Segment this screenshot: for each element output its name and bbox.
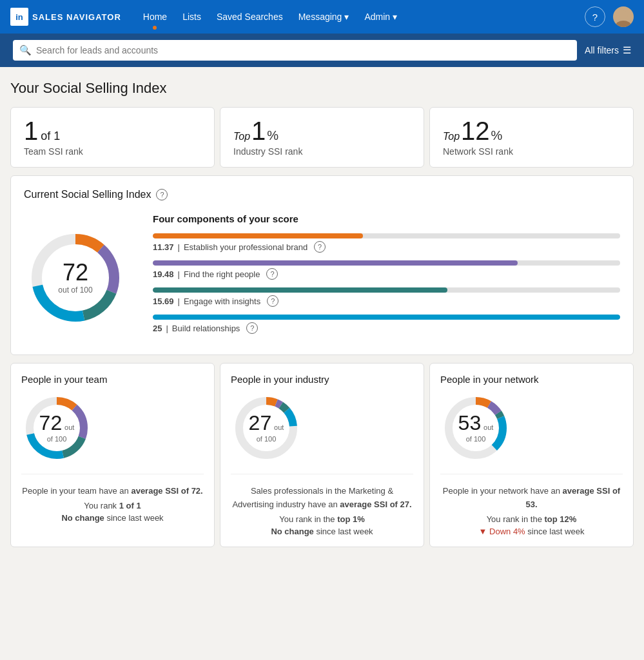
nav-home[interactable]: Home <box>137 8 173 26</box>
ssi-components: Four components of your score 11.37 | Es… <box>153 213 620 342</box>
people-network-desc: People in your network have an average S… <box>440 485 623 512</box>
component-insights-fill <box>153 287 447 293</box>
rank-cards: 1 of 1 Team SSI rank Top 1 % Industry SS… <box>10 107 634 168</box>
page-title: Your Social Selling Index <box>10 80 634 97</box>
search-icon: 🔍 <box>19 44 32 56</box>
network-ssi-rank-card: Top 12 % Network SSI rank <box>429 107 634 168</box>
component-people-label: 19.48 | Find the right people ? <box>153 268 620 280</box>
ssi-score-subtitle: out of 100 <box>58 286 92 295</box>
network-rank-pct: % <box>491 128 503 143</box>
nav-right: ? <box>585 6 634 27</box>
help-button[interactable]: ? <box>585 6 605 27</box>
industry-score: 27 out of 100 <box>249 412 284 443</box>
chevron-down-icon: ▾ <box>344 12 349 22</box>
svg-point-1 <box>616 21 631 27</box>
network-rank-label: Network SSI rank <box>443 146 620 157</box>
ssi-section: Current Social Selling Index ? <box>10 175 634 355</box>
industry-rank-pct: % <box>267 128 278 143</box>
search-wrapper: 🔍 <box>13 40 577 61</box>
ssi-help-icon[interactable]: ? <box>156 189 168 200</box>
component-people-help[interactable]: ? <box>266 268 278 280</box>
people-team-desc: People in your team have an average SSI … <box>21 485 204 498</box>
people-industry-desc: Sales professionals in the Marketing & A… <box>231 485 413 512</box>
people-network-stat: You rank in the top 12% <box>440 514 623 524</box>
team-rank-numerator: 1 <box>24 118 38 144</box>
industry-donut: 27 out of 100 <box>231 393 302 463</box>
team-ssi-rank-card: 1 of 1 Team SSI rank <box>10 107 215 168</box>
industry-rank-value: 1 <box>251 118 266 144</box>
team-score: 72 out of 100 <box>39 412 75 443</box>
industry-score-num: 27 <box>249 411 272 434</box>
component-people-fill <box>153 260 518 266</box>
component-insights-track <box>153 287 620 293</box>
network-rank-top-label: Top <box>443 131 460 142</box>
linkedin-logo: in <box>10 8 28 26</box>
user-avatar[interactable] <box>613 6 634 27</box>
industry-rank-top-label: Top <box>233 131 250 142</box>
people-cards: People in your team 72 out of 100 <box>10 363 634 547</box>
component-relationships-fill <box>153 315 620 320</box>
network-score: 53 out of 100 <box>458 412 494 443</box>
people-team-stat: You rank 1 of 1 <box>21 501 204 510</box>
ssi-donut-chart: 72 out of 100 <box>24 226 127 329</box>
navigation: in SALES NAVIGATOR Home Lists Saved Sear… <box>0 0 644 34</box>
people-team-change: No change since last week <box>21 513 204 523</box>
component-relationships-track <box>153 315 620 320</box>
component-people-track <box>153 260 620 266</box>
component-brand-label: 11.37 | Establish your professional bran… <box>153 241 620 253</box>
nav-lists[interactable]: Lists <box>176 8 208 26</box>
people-industry-title: People in your industry <box>231 374 413 385</box>
component-relationships: 25 | Build relationships ? <box>153 315 620 334</box>
all-filters-button[interactable]: All filters ☰ <box>585 44 631 56</box>
nav-admin[interactable]: Admin ▾ <box>358 8 404 26</box>
nav-messaging[interactable]: Messaging ▾ <box>292 8 356 26</box>
people-industry-card: People in your industry 27 out of 100 <box>220 363 424 547</box>
people-network-card: People in your network 53 out of 100 <box>429 363 634 547</box>
people-industry-stat: You rank in the top 1% <box>231 514 413 524</box>
people-network-title: People in your network <box>440 374 623 385</box>
chevron-down-icon: ▾ <box>393 12 397 22</box>
people-team-title: People in your team <box>21 374 204 385</box>
component-brand-track <box>153 233 620 238</box>
ssi-section-title: Current Social Selling Index ? <box>24 189 620 200</box>
svg-point-0 <box>619 10 628 19</box>
ssi-score-number: 72 <box>58 261 92 284</box>
nav-links: Home Lists Saved Searches Messaging ▾ Ad… <box>137 8 585 26</box>
component-relationships-label: 25 | Build relationships ? <box>153 322 620 334</box>
team-rank-label: Team SSI rank <box>24 146 201 157</box>
team-donut: 72 out of 100 <box>21 393 92 463</box>
people-team-chart: 72 out of 100 <box>21 393 204 474</box>
brand-name: SALES NAVIGATOR <box>32 12 121 22</box>
filter-icon: ☰ <box>623 44 631 56</box>
search-input[interactable] <box>13 40 577 61</box>
people-industry-change: No change since last week <box>231 527 413 536</box>
team-score-num: 72 <box>39 411 63 434</box>
down-arrow-icon: ▼ <box>479 527 489 536</box>
component-brand-help[interactable]: ? <box>314 241 326 253</box>
component-insights-label: 15.69 | Engage with insights ? <box>153 295 620 307</box>
main-content: Your Social Selling Index 1 of 1 Team SS… <box>0 67 644 560</box>
component-brand-fill <box>153 233 363 238</box>
people-industry-chart: 27 out of 100 <box>231 393 413 474</box>
industry-rank-label: Industry SSI rank <box>233 146 411 157</box>
nav-saved-searches[interactable]: Saved Searches <box>210 8 289 26</box>
network-score-num: 53 <box>458 411 482 434</box>
component-people: 19.48 | Find the right people ? <box>153 260 620 280</box>
network-rank-value: 12 <box>461 118 490 144</box>
network-donut: 53 out of 100 <box>440 393 511 463</box>
components-title: Four components of your score <box>153 213 620 224</box>
people-network-chart: 53 out of 100 <box>440 393 623 474</box>
people-network-change: ▼ Down 4% since last week <box>440 527 623 536</box>
component-insights-help[interactable]: ? <box>267 295 278 307</box>
industry-ssi-rank-card: Top 1 % Industry SSI rank <box>220 107 424 168</box>
component-relationships-help[interactable]: ? <box>246 322 258 334</box>
ssi-score: 72 out of 100 <box>58 261 92 295</box>
ssi-content: 72 out of 100 Four components of your sc… <box>24 213 620 342</box>
component-insights: 15.69 | Engage with insights ? <box>153 287 620 307</box>
team-rank-denominator: of 1 <box>41 130 60 143</box>
search-bar: 🔍 All filters ☰ <box>0 34 644 67</box>
component-brand: 11.37 | Establish your professional bran… <box>153 233 620 253</box>
people-team-card: People in your team 72 out of 100 <box>10 363 215 547</box>
